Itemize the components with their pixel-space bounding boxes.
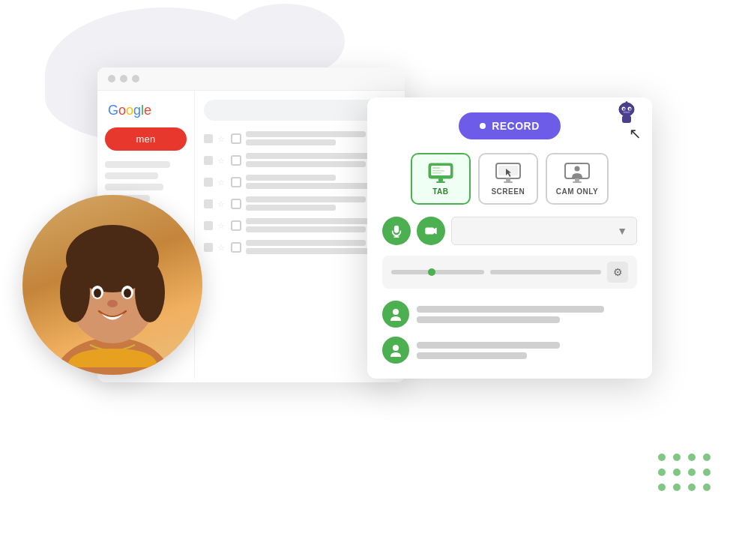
email-checkbox[interactable] xyxy=(204,134,213,143)
cam-only-icon xyxy=(564,162,591,183)
email-checkbox[interactable] xyxy=(204,243,213,252)
browser-dot-3 xyxy=(132,75,139,82)
user-info-line xyxy=(417,316,560,323)
email-checkbox[interactable] xyxy=(204,221,213,230)
browser-dot-1 xyxy=(108,75,115,82)
recording-popup-panel: ↖ RECORD xyxy=(367,97,652,379)
person-icon xyxy=(388,307,403,322)
green-dot xyxy=(703,484,711,491)
email-checkbox[interactable] xyxy=(204,199,213,208)
green-dot xyxy=(703,454,711,461)
email-star-icon[interactable]: ☆ xyxy=(217,178,226,187)
svg-rect-15 xyxy=(438,178,443,181)
green-dot xyxy=(673,484,681,491)
green-dot xyxy=(673,454,681,461)
scene: Google men ☆ xyxy=(0,0,742,560)
mode-tab-button[interactable]: TAB xyxy=(411,153,471,205)
user-avatar xyxy=(382,337,409,364)
microphone-icon xyxy=(390,224,403,238)
svg-rect-12 xyxy=(432,167,440,169)
svg-rect-21 xyxy=(504,181,513,183)
record-button[interactable]: RECORD xyxy=(459,112,561,139)
email-tag-icon xyxy=(231,199,241,209)
progress-track-2 xyxy=(490,270,601,274)
record-button-row: RECORD xyxy=(382,112,637,139)
user-info-line xyxy=(417,342,560,349)
svg-rect-29 xyxy=(425,228,434,235)
email-star-icon[interactable]: ☆ xyxy=(217,221,226,230)
progress-dot-indicator xyxy=(428,268,435,276)
camera-dropdown[interactable]: ▼ xyxy=(451,217,637,245)
email-star-icon[interactable]: ☆ xyxy=(217,199,226,208)
user-info-line xyxy=(417,352,527,359)
email-tag-icon xyxy=(231,133,241,144)
cam-only-mode-label: CAM ONLY xyxy=(556,187,598,196)
email-line xyxy=(246,196,366,202)
green-dot xyxy=(673,469,681,476)
record-dot-icon xyxy=(480,123,486,129)
green-dot xyxy=(688,454,696,461)
svg-point-41 xyxy=(124,289,131,298)
mode-buttons-row: TAB SCREEN xyxy=(382,153,637,205)
gmail-nav-item xyxy=(105,161,170,168)
browser-dot-2 xyxy=(120,75,127,82)
gmail-nav-item xyxy=(105,184,163,190)
person-illustration xyxy=(37,210,187,375)
email-line xyxy=(246,183,381,189)
green-dot xyxy=(688,469,696,476)
svg-point-4 xyxy=(629,108,630,109)
camera-icon xyxy=(424,224,438,238)
email-line xyxy=(246,161,366,167)
email-star-icon[interactable]: ☆ xyxy=(217,156,226,165)
camera-toggle-button[interactable] xyxy=(417,217,445,245)
email-checkbox[interactable] xyxy=(204,156,213,165)
person-photo-background xyxy=(22,195,202,375)
email-checkbox[interactable] xyxy=(204,178,213,187)
svg-rect-25 xyxy=(573,181,582,183)
gmail-nav-item xyxy=(105,172,158,179)
svg-point-6 xyxy=(626,101,628,103)
email-line xyxy=(246,240,366,246)
email-tag-icon xyxy=(231,220,241,231)
robot-icon-wrapper: ↖ xyxy=(613,100,643,130)
email-star-icon[interactable]: ☆ xyxy=(217,243,226,252)
green-dot xyxy=(658,454,666,461)
email-line xyxy=(246,153,381,159)
email-line xyxy=(246,131,366,137)
record-button-label: RECORD xyxy=(492,120,540,132)
green-dot xyxy=(658,469,666,476)
user-list-item xyxy=(382,337,637,364)
svg-point-3 xyxy=(623,108,624,109)
svg-rect-20 xyxy=(506,178,510,181)
chevron-down-icon: ▼ xyxy=(617,225,627,237)
tab-mode-label: TAB xyxy=(432,187,448,196)
svg-rect-16 xyxy=(436,181,445,183)
svg-point-23 xyxy=(574,166,579,172)
green-dot xyxy=(658,484,666,491)
av-controls-row: ▼ xyxy=(382,217,637,245)
svg-point-31 xyxy=(393,309,399,315)
email-star-icon[interactable]: ☆ xyxy=(217,134,226,143)
settings-button[interactable]: ⚙ xyxy=(607,262,628,283)
mode-screen-button[interactable]: SCREEN xyxy=(478,153,538,205)
svg-rect-26 xyxy=(394,226,399,233)
user-info-line xyxy=(417,306,604,313)
robot-icon xyxy=(613,100,640,127)
green-dot xyxy=(688,484,696,491)
microphone-toggle-button[interactable] xyxy=(382,217,411,245)
user-info-lines xyxy=(417,306,637,323)
user-list-item xyxy=(382,301,637,328)
gmail-compose-button[interactable]: men xyxy=(105,127,187,151)
green-dots-decoration xyxy=(658,454,712,493)
progress-track-1 xyxy=(391,270,484,274)
svg-rect-24 xyxy=(575,178,579,181)
email-line xyxy=(246,175,336,181)
mode-cam-only-button[interactable]: CAM ONLY xyxy=(546,153,609,205)
email-tag-icon xyxy=(231,155,241,166)
user-list xyxy=(382,301,637,364)
green-dot xyxy=(703,469,711,476)
svg-point-37 xyxy=(135,262,165,322)
email-line xyxy=(246,205,336,211)
progress-row: ⚙ xyxy=(382,256,637,289)
person-photo xyxy=(22,195,202,375)
